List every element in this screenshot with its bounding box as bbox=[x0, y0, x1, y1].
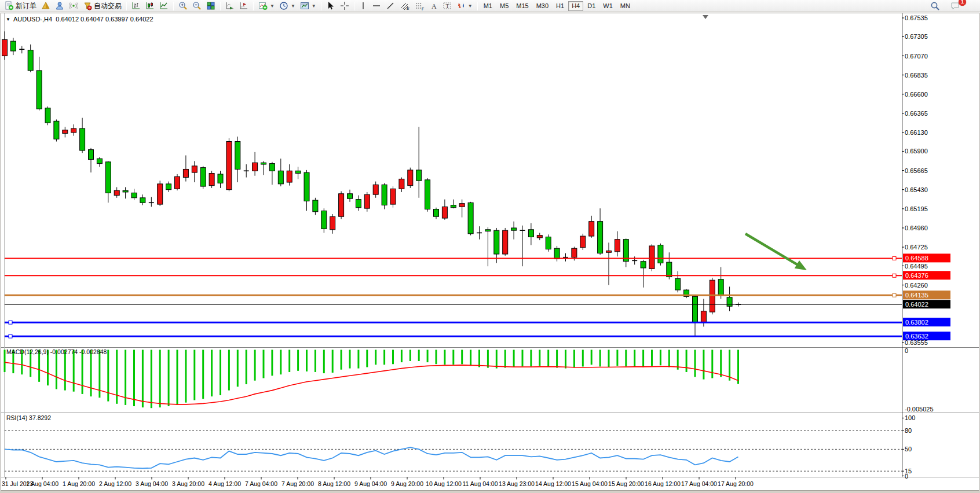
bull-candle bbox=[209, 174, 214, 186]
timeframe-d1-button[interactable]: D1 bbox=[584, 1, 599, 11]
zoom-in-button[interactable] bbox=[176, 1, 190, 12]
new-order-icon bbox=[5, 1, 14, 10]
chart-shift-button[interactable] bbox=[237, 1, 251, 12]
time-tick-label: 15 Aug 20:00 bbox=[608, 480, 644, 487]
bull-candle bbox=[572, 248, 577, 257]
line-handle[interactable] bbox=[9, 321, 12, 324]
line-handle[interactable] bbox=[893, 256, 896, 260]
svg-text:-0.005025: -0.005025 bbox=[905, 406, 934, 413]
annotation-arrow-head[interactable] bbox=[795, 260, 807, 270]
bar-chart-icon bbox=[131, 1, 141, 10]
periods-button[interactable]: ▼ bbox=[277, 1, 298, 12]
bar-chart-button[interactable] bbox=[129, 1, 143, 12]
candlestick-button[interactable] bbox=[143, 1, 157, 12]
trendline-button[interactable] bbox=[383, 1, 397, 12]
chart-quote: 0.64012 0.64047 0.63997 0.64022 bbox=[56, 16, 153, 23]
search-button[interactable] bbox=[928, 1, 942, 12]
chat-button[interactable]: 1 bbox=[948, 1, 963, 12]
autotrading-button[interactable]: 自动交易 bbox=[81, 1, 124, 12]
zoom-out-button[interactable] bbox=[190, 1, 204, 12]
trendline-icon bbox=[386, 1, 395, 10]
cursor-button[interactable] bbox=[324, 1, 338, 12]
bull-candle bbox=[459, 204, 465, 207]
timeframe-w1-button[interactable]: W1 bbox=[599, 1, 616, 11]
bear-candle bbox=[105, 162, 111, 193]
timeframe-h1-button[interactable]: H1 bbox=[553, 1, 568, 11]
notification-badge: 1 bbox=[959, 0, 966, 6]
market-watch-button[interactable] bbox=[53, 1, 67, 12]
rsi-line bbox=[5, 447, 738, 468]
time-axis: 31 Jul 20231 Aug 04:001 Aug 20:002 Aug 1… bbox=[2, 477, 754, 488]
timeframe-mn-button[interactable]: MN bbox=[617, 1, 634, 11]
horizontal-line-button[interactable] bbox=[370, 1, 383, 12]
indicators-button[interactable]: ▼ bbox=[256, 1, 277, 12]
bear-candle bbox=[321, 211, 327, 229]
line-handle[interactable] bbox=[893, 293, 896, 297]
chart-shift-marker[interactable] bbox=[703, 15, 708, 19]
bull-candle bbox=[589, 222, 594, 236]
tile-windows-button[interactable] bbox=[204, 1, 218, 12]
annotation-arrow-line[interactable] bbox=[745, 234, 799, 266]
price-tick-label: 0.66130 bbox=[905, 129, 928, 136]
timeframe-m30-button[interactable]: M30 bbox=[533, 1, 552, 11]
bull-candle bbox=[339, 194, 344, 216]
bear-candle bbox=[348, 194, 353, 198]
search-icon bbox=[930, 1, 940, 11]
timeframe-m15-button[interactable]: M15 bbox=[513, 1, 532, 11]
text-a-icon: A bbox=[430, 1, 438, 10]
indicators-icon bbox=[258, 1, 268, 10]
chart-canvas[interactable]: 0.675350.673050.670700.668350.666000.663… bbox=[0, 0, 980, 493]
bear-candle bbox=[511, 228, 517, 230]
bear-candle bbox=[278, 171, 283, 184]
chevron-down-icon: ▼ bbox=[312, 3, 316, 9]
charts-profile-button[interactable] bbox=[39, 1, 53, 12]
time-tick-label: 11 Aug 04:00 bbox=[462, 480, 498, 487]
price-line-badge-label: 0.64588 bbox=[905, 255, 928, 262]
crosshair-button[interactable] bbox=[338, 1, 352, 12]
line-handle[interactable] bbox=[893, 274, 896, 277]
new-order-button[interactable]: 新订单 bbox=[2, 1, 39, 12]
fibonacci-button[interactable]: F bbox=[412, 1, 427, 12]
line-handle[interactable] bbox=[9, 334, 12, 338]
signal-button[interactable] bbox=[67, 1, 81, 12]
timeframe-h4-button[interactable]: H4 bbox=[568, 1, 583, 11]
auto-scroll-button[interactable] bbox=[223, 1, 237, 12]
time-tick-label: 4 Aug 12:00 bbox=[209, 480, 241, 487]
bear-candle bbox=[80, 128, 85, 150]
bear-candle bbox=[261, 163, 266, 164]
bear-candle bbox=[218, 174, 223, 183]
bear-candle bbox=[304, 172, 309, 201]
chevron-down-icon: ▼ bbox=[468, 3, 473, 9]
bull-candle bbox=[399, 179, 404, 189]
bull-candle bbox=[71, 128, 76, 133]
svg-text:E: E bbox=[407, 6, 409, 10]
price-tick-label: 0.65195 bbox=[905, 205, 928, 212]
templates-button[interactable]: ▼ bbox=[298, 1, 319, 12]
text-label-button[interactable]: T bbox=[440, 1, 454, 12]
bull-candle bbox=[192, 166, 197, 172]
svg-text:50: 50 bbox=[905, 446, 912, 452]
cursor-icon bbox=[326, 1, 335, 10]
equidistant-channel-button[interactable]: E bbox=[397, 1, 412, 12]
timeframe-m5-button[interactable]: M5 bbox=[496, 1, 512, 11]
time-tick-label: 17 Aug 20:00 bbox=[718, 480, 754, 487]
text-button[interactable]: A bbox=[427, 1, 440, 12]
timeframe-m1-button[interactable]: M1 bbox=[480, 1, 496, 11]
bull-candle bbox=[701, 311, 706, 323]
time-tick-label: 7 Aug 20:00 bbox=[281, 480, 314, 487]
arrows-button[interactable]: ▼ bbox=[454, 1, 475, 12]
bull-candle bbox=[408, 170, 413, 186]
rsi-indicator-label: RSI(14) 37.8292 bbox=[6, 414, 51, 421]
person-icon bbox=[55, 1, 64, 10]
line-chart-button[interactable] bbox=[157, 1, 171, 12]
bear-candle bbox=[434, 209, 439, 217]
svg-text:F: F bbox=[422, 7, 424, 11]
vertical-line-button[interactable] bbox=[357, 1, 370, 12]
candlestick-icon bbox=[145, 1, 155, 10]
time-tick-label: 16 Aug 12:00 bbox=[645, 480, 681, 487]
price-tick-label: 0.66835 bbox=[905, 72, 928, 79]
bear-candle bbox=[140, 198, 145, 203]
bear-candle bbox=[718, 279, 723, 296]
zoom-in-icon bbox=[178, 1, 188, 10]
bear-candle bbox=[313, 200, 318, 212]
